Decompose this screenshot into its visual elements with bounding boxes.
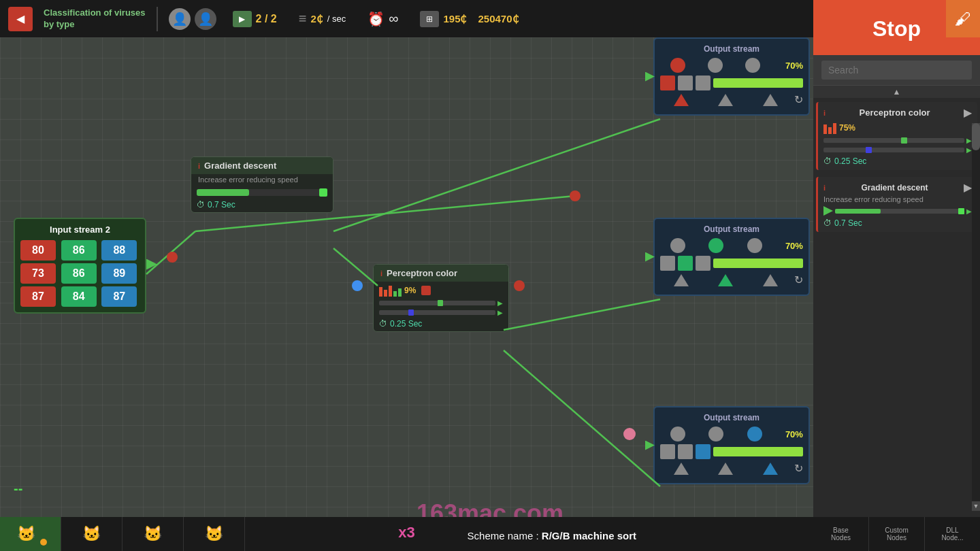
tab-cat2[interactable]: 🐱 <box>61 517 122 551</box>
panel-track-1[interactable] <box>823 138 964 143</box>
panel-gradient-timer-row: ⏱ 0.7 Sec <box>823 218 972 228</box>
output-stream-node-1: Output stream 70% ↻ <box>653 37 810 116</box>
out3-refresh-icon[interactable]: ↻ <box>794 462 803 475</box>
panel-gradient-info[interactable]: i <box>823 184 826 192</box>
out3-percent: 70% <box>785 429 803 439</box>
out2-refresh-icon[interactable]: ↻ <box>794 273 803 286</box>
out3-circle-gray2 <box>708 427 723 441</box>
input-cell-1: 86 <box>61 240 97 261</box>
out1-refresh-icon[interactable]: ↻ <box>794 93 803 106</box>
perceptron-color-node[interactable]: i Perceptron color 9% ▶ <box>373 264 509 332</box>
bar-red-3 <box>389 286 392 297</box>
panel-perceptron-pct: 75% <box>839 123 855 133</box>
cat2-icon: 🐱 <box>80 522 104 546</box>
counter-value: 2 / 2 <box>256 13 277 25</box>
panel-scroll-area: i Perceptron color ▶ 75% ▶ <box>813 98 980 551</box>
btab-base-label: BaseNodes <box>831 527 851 541</box>
panel-arrow-2[interactable]: ▶ <box>966 146 972 154</box>
pb-r3 <box>833 123 836 134</box>
panel-arrow-1[interactable]: ▶ <box>966 137 972 144</box>
back-button[interactable] <box>8 7 33 31</box>
panel-perceptron-bars <box>823 122 836 134</box>
gradient-info-icon[interactable]: i <box>198 162 200 170</box>
slider-thumb-green <box>438 300 443 306</box>
slider-track-1[interactable] <box>379 301 495 305</box>
counter-icon: ▶ <box>233 11 252 27</box>
panel-perceptron-info[interactable]: i <box>823 109 826 117</box>
panel-gradient-header: i Gradient descent ▶ <box>823 181 972 194</box>
cat3-icon: 🐱 <box>141 522 165 546</box>
search-input[interactable] <box>821 61 972 80</box>
perceptron-bar-row: 9% <box>379 284 503 297</box>
btab-dll-nodes[interactable]: DLLNode... <box>925 517 980 551</box>
cat1-icon: 🐱 <box>14 522 38 546</box>
right-panel: Stop ▲ i Perceptron color ▶ 75% <box>813 0 980 551</box>
panel-gradient-timer-val: 0.7 Sec <box>834 218 862 228</box>
title-line1: Classification of viruses <box>44 7 146 19</box>
out2-circle-gray1 <box>670 238 685 253</box>
out2-percent: 70% <box>785 241 803 251</box>
resources-large: 250470₵ <box>478 13 519 25</box>
input-stream-node: Input stream 2 80 86 88 73 86 89 87 84 8… <box>14 218 146 314</box>
out3-square-blue <box>696 444 710 459</box>
title-block: Classification of viruses by type <box>44 7 146 31</box>
slider-track-2[interactable] <box>379 310 495 315</box>
output-stream-node-2: Output stream 70% ↻ <box>653 218 810 296</box>
panel-thumb-b1 <box>866 147 872 153</box>
rate-block: ≡ 2₵ / sec <box>299 11 346 27</box>
scheme-label: Scheme name : <box>468 530 539 541</box>
scroll-down-arrow[interactable]: ▼ <box>972 501 980 511</box>
title-line2: by type <box>44 19 146 31</box>
clock-icon: ⏰ <box>368 11 385 27</box>
gradient-timer-icon: ⏱ <box>197 200 205 210</box>
bottom-right-tabs: BaseNodes CustomNodes DLLNode... <box>813 517 980 551</box>
scrollbar-thumb[interactable] <box>972 123 980 150</box>
btab-base-nodes[interactable]: BaseNodes <box>813 517 869 551</box>
cat4-icon: 🐱 <box>202 522 227 546</box>
out1-tri-red <box>674 94 689 106</box>
out1-progress-bar <box>713 78 803 88</box>
calc-icon: ⊞ <box>420 11 439 27</box>
tab-cat3[interactable]: 🐱 <box>122 517 184 551</box>
bar-green-1 <box>393 291 397 297</box>
panel-gradient-title: Gradient descent <box>862 183 928 193</box>
panel-gradient-arrow-right[interactable]: ▶ <box>964 181 972 194</box>
search-box <box>813 55 980 86</box>
out1-square-red <box>660 76 675 90</box>
out2-square-gray2 <box>696 256 710 271</box>
out3-tri-gray2 <box>718 463 733 475</box>
input-cell-6: 87 <box>20 286 56 307</box>
perceptron-info-icon[interactable]: i <box>380 269 382 278</box>
scroll-up-button[interactable]: ▲ <box>813 86 980 98</box>
color-slider-row-1: ▶ <box>379 299 503 307</box>
tab-cat4[interactable]: 🐱 <box>184 517 245 551</box>
input-node-title: Input stream 2 <box>20 224 140 235</box>
slider-arrow-1[interactable]: ▶ <box>497 299 503 307</box>
slider-arrow-2[interactable]: ▶ <box>497 309 503 316</box>
panel-gradient-play <box>823 206 833 216</box>
out3-progress-bar <box>713 447 803 456</box>
infinity-symbol: ∞ <box>389 11 398 27</box>
output-node-3-title: Output stream <box>660 413 803 422</box>
panel-track-2[interactable] <box>823 148 964 152</box>
bar-red-2 <box>384 290 387 297</box>
gradient-node-header: i Gradient descent <box>191 157 333 174</box>
panel-gradient-track[interactable] <box>835 209 964 214</box>
panel-gradient-arrow[interactable]: ▶ <box>966 207 972 215</box>
bar-red-1 <box>379 287 382 297</box>
perceptron-color-sliders: ▶ ▶ <box>379 299 503 316</box>
tab-cat1[interactable]: 🐱 <box>0 517 61 551</box>
out2-tri-green <box>718 274 733 286</box>
panel-gradient-subtitle: Increase error reducing speed <box>823 195 972 203</box>
btab-custom-nodes[interactable]: CustomNodes <box>869 517 925 551</box>
panel-gradient-thumb <box>958 208 964 214</box>
out2-square-gray1 <box>660 256 675 271</box>
input-stream-arrow <box>146 259 157 270</box>
corner-button[interactable]: 🖌 <box>946 0 980 37</box>
panel-thumb-g1 <box>901 137 907 144</box>
panel-perceptron-arrow-right[interactable]: ▶ <box>964 106 972 119</box>
rate-value: 2₵ <box>310 13 323 25</box>
gradient-descent-node[interactable]: i Gradient descent Increase error reduci… <box>191 156 333 213</box>
out2-circle-green <box>708 238 723 253</box>
panel-perceptron-timer-icon: ⏱ <box>823 156 832 166</box>
